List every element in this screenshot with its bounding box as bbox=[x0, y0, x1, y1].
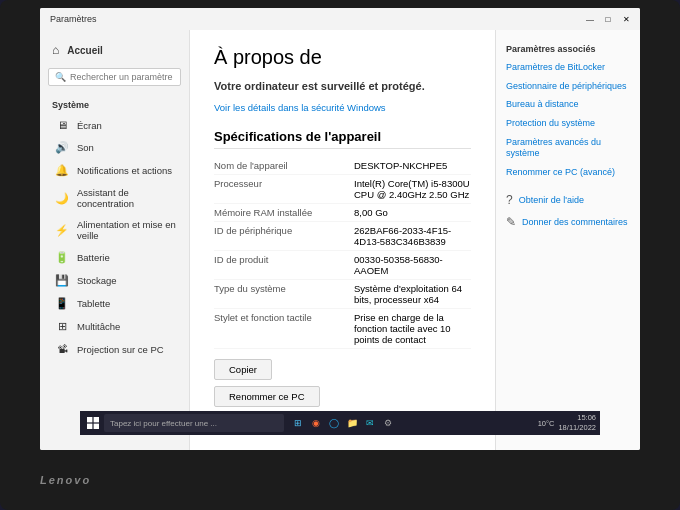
tablet-label: Tablette bbox=[77, 298, 110, 309]
spec-row-4: ID de produit 00330-50358-56830-AAOEM bbox=[214, 251, 471, 280]
spec-row-0: Nom de l'appareil DESKTOP-NKCHPE5 bbox=[214, 157, 471, 175]
settings-window: Paramètres — □ ✕ ⌂ Accueil 🔍 bbox=[40, 8, 640, 450]
spec-row-6: Stylet et fonction tactile Prise en char… bbox=[214, 309, 471, 349]
sidebar-item-alimentation[interactable]: ⚡ Alimentation et mise en veille bbox=[40, 214, 189, 246]
title-bar: Paramètres — □ ✕ bbox=[40, 8, 640, 30]
spec-row-1: Processeur Intel(R) Core(TM) i5-8300U CP… bbox=[214, 175, 471, 204]
sidebar-item-notifications[interactable]: 🔔 Notifications et actions bbox=[40, 159, 189, 182]
taskbar-icon-2[interactable]: ◉ bbox=[308, 414, 324, 432]
rename-button[interactable]: Renommer ce PC bbox=[214, 386, 320, 407]
security-text: Votre ordinateur est surveillé et protég… bbox=[214, 79, 471, 94]
related-link-4[interactable]: Paramètres avancés du système bbox=[506, 137, 630, 160]
alim-icon: ⚡ bbox=[55, 224, 69, 237]
assistant-icon: 🌙 bbox=[55, 192, 69, 205]
sidebar-item-multitache[interactable]: ⊞ Multitâche bbox=[40, 315, 189, 338]
spec-label-0: Nom de l'appareil bbox=[214, 160, 354, 171]
spec-value-0: DESKTOP-NKCHPE5 bbox=[354, 160, 471, 171]
taskbar-icon-3[interactable]: ◯ bbox=[326, 414, 342, 432]
taskbar: Tapez ici pour effectuer une ... ⊞ ◉ ◯ 📁… bbox=[80, 411, 600, 435]
related-link-1[interactable]: Gestionnaire de périphériques bbox=[506, 81, 630, 93]
sidebar-item-stockage[interactable]: 💾 Stockage bbox=[40, 269, 189, 292]
search-icon: 🔍 bbox=[55, 72, 66, 82]
related-link-5[interactable]: Renommer ce PC (avancé) bbox=[506, 167, 630, 179]
close-button[interactable]: ✕ bbox=[618, 12, 634, 26]
taskbar-icons: ⊞ ◉ ◯ 📁 ✉ ⚙ bbox=[290, 414, 396, 432]
taskbar-right: 10°C 15:06 18/11/2022 bbox=[538, 413, 596, 433]
settings-body: ⌂ Accueil 🔍 Système 🖥 Écran 🔊 Son bbox=[40, 30, 640, 450]
title-bar-controls: — □ ✕ bbox=[582, 12, 634, 26]
time-display: 15:06 bbox=[558, 413, 596, 423]
taskbar-time: 15:06 18/11/2022 bbox=[558, 413, 596, 433]
son-label: Son bbox=[77, 142, 94, 153]
ecran-label: Écran bbox=[77, 120, 102, 131]
page-title: À propos de bbox=[214, 46, 471, 69]
assistant-label: Assistant de concentration bbox=[77, 187, 177, 209]
spec-table: Nom de l'appareil DESKTOP-NKCHPE5 Proces… bbox=[214, 157, 471, 349]
spec-value-3: 262BAF66-2033-4F15-4D13-583C346B3839 bbox=[354, 225, 471, 247]
spec-value-5: Système d'exploitation 64 bits, processe… bbox=[354, 283, 471, 305]
spec-value-2: 8,00 Go bbox=[354, 207, 471, 218]
sidebar-home[interactable]: ⌂ Accueil bbox=[40, 38, 189, 62]
multi-label: Multitâche bbox=[77, 321, 120, 332]
sidebar-item-projection[interactable]: 📽 Projection sur ce PC bbox=[40, 338, 189, 360]
search-box[interactable]: 🔍 bbox=[48, 68, 181, 86]
support-section: ? Obtenir de l'aide ✎ Donner des comment… bbox=[506, 193, 630, 229]
spec-label-2: Mémoire RAM installée bbox=[214, 207, 354, 218]
spec-label-4: ID de produit bbox=[214, 254, 354, 276]
home-label: Accueil bbox=[67, 45, 103, 56]
related-title: Paramètres associés bbox=[506, 44, 630, 54]
taskbar-search[interactable]: Tapez ici pour effectuer une ... bbox=[104, 414, 284, 432]
laptop-bezel: Paramètres — □ ✕ ⌂ Accueil 🔍 bbox=[0, 0, 680, 510]
batt-label: Batterie bbox=[77, 252, 110, 263]
son-icon: 🔊 bbox=[55, 141, 69, 154]
minimize-button[interactable]: — bbox=[582, 12, 598, 26]
help-item[interactable]: ? Obtenir de l'aide bbox=[506, 193, 630, 207]
stock-label: Stockage bbox=[77, 275, 117, 286]
maximize-button[interactable]: □ bbox=[600, 12, 616, 26]
spec-label-1: Processeur bbox=[214, 178, 354, 200]
svg-rect-2 bbox=[87, 424, 92, 429]
system-section-title: Système bbox=[40, 92, 189, 114]
copy-button[interactable]: Copier bbox=[214, 359, 272, 380]
spec-row-5: Type du système Système d'exploitation 6… bbox=[214, 280, 471, 309]
spec-value-6: Prise en charge de la fonction tactile a… bbox=[354, 312, 471, 345]
related-link-0[interactable]: Paramètres de BitLocker bbox=[506, 62, 630, 74]
feedback-text: Donner des commentaires bbox=[522, 217, 628, 227]
window-title: Paramètres bbox=[50, 14, 97, 24]
spec-label-3: ID de périphérique bbox=[214, 225, 354, 247]
taskbar-icon-4[interactable]: 📁 bbox=[344, 414, 360, 432]
feedback-icon: ✎ bbox=[506, 215, 516, 229]
help-icon: ? bbox=[506, 193, 513, 207]
proj-label: Projection sur ce PC bbox=[77, 344, 164, 355]
search-input[interactable] bbox=[70, 72, 174, 82]
taskbar-icon-5[interactable]: ✉ bbox=[362, 414, 378, 432]
screen-area: Paramètres — □ ✕ ⌂ Accueil 🔍 bbox=[40, 8, 640, 450]
date-display: 18/11/2022 bbox=[558, 423, 596, 433]
ecran-icon: 🖥 bbox=[55, 119, 69, 131]
svg-rect-0 bbox=[87, 417, 92, 422]
related-link-3[interactable]: Protection du système bbox=[506, 118, 630, 130]
taskbar-temp: 10°C bbox=[538, 419, 555, 428]
notif-icon: 🔔 bbox=[55, 164, 69, 177]
related-link-2[interactable]: Bureau à distance bbox=[506, 99, 630, 111]
security-link[interactable]: Voir les détails dans la sécurité Window… bbox=[214, 102, 386, 113]
stock-icon: 💾 bbox=[55, 274, 69, 287]
right-panel: Paramètres associés Paramètres de BitLoc… bbox=[495, 30, 640, 450]
spec-label-5: Type du système bbox=[214, 283, 354, 305]
sidebar-item-ecran[interactable]: 🖥 Écran bbox=[40, 114, 189, 136]
sidebar-item-batterie[interactable]: 🔋 Batterie bbox=[40, 246, 189, 269]
spec-label-6: Stylet et fonction tactile bbox=[214, 312, 354, 345]
sidebar-item-assistant[interactable]: 🌙 Assistant de concentration bbox=[40, 182, 189, 214]
feedback-item[interactable]: ✎ Donner des commentaires bbox=[506, 215, 630, 229]
batt-icon: 🔋 bbox=[55, 251, 69, 264]
taskbar-icon-1[interactable]: ⊞ bbox=[290, 414, 306, 432]
device-section-title: Spécifications de l'appareil bbox=[214, 129, 471, 149]
sidebar-item-tablette[interactable]: 📱 Tablette bbox=[40, 292, 189, 315]
taskbar-search-text: Tapez ici pour effectuer une ... bbox=[110, 419, 217, 428]
home-icon: ⌂ bbox=[52, 43, 59, 57]
sidebar-item-son[interactable]: 🔊 Son bbox=[40, 136, 189, 159]
alim-label: Alimentation et mise en veille bbox=[77, 219, 177, 241]
svg-rect-1 bbox=[94, 417, 99, 422]
start-button[interactable] bbox=[84, 414, 102, 432]
taskbar-icon-6[interactable]: ⚙ bbox=[380, 414, 396, 432]
